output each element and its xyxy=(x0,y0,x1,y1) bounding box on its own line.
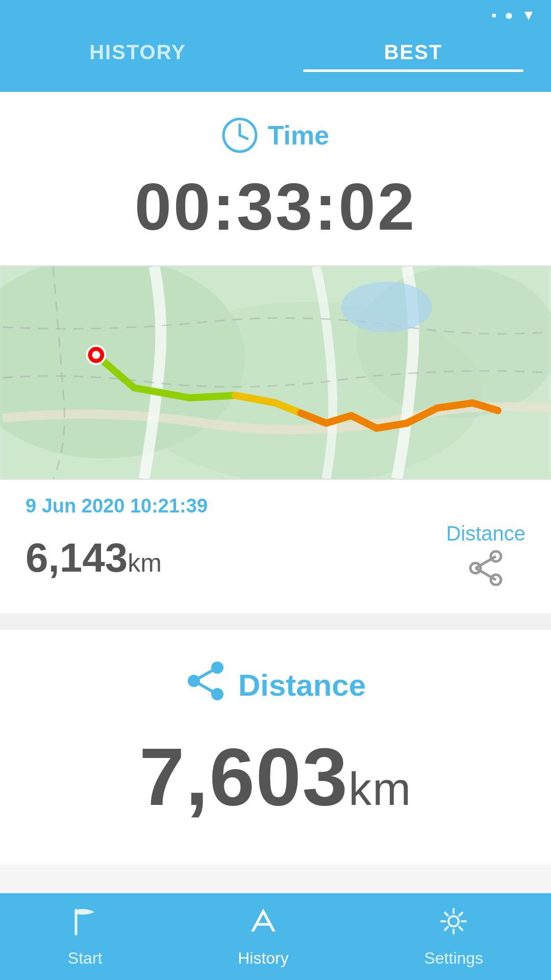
svg-line-13 xyxy=(475,556,496,568)
nav-settings-label: Settings xyxy=(424,949,483,968)
wifi-icon: ▼ xyxy=(521,7,536,23)
status-bar: ▪ ● ▼ xyxy=(0,0,551,31)
tab-bar: HISTORY BEST xyxy=(0,31,551,92)
svg-point-7 xyxy=(341,282,432,332)
record-distance-label: Distance xyxy=(446,522,525,545)
history-nav-icon xyxy=(248,906,279,944)
svg-point-9 xyxy=(92,351,100,359)
tab-best[interactable]: BEST xyxy=(276,41,551,72)
record-date: 9 Jun 2020 10:21:39 xyxy=(26,495,525,517)
svg-line-31 xyxy=(445,927,448,930)
time-title: Time xyxy=(268,120,329,151)
map-section xyxy=(0,265,551,480)
section-divider xyxy=(0,620,551,630)
svg-line-18 xyxy=(194,668,217,681)
tab-history[interactable]: HISTORY xyxy=(0,41,276,72)
record-distance-value: 6,143km xyxy=(26,534,162,581)
record-info: 9 Jun 2020 10:21:39 6,143km Distance xyxy=(0,480,551,620)
scroll-area: Time 00:33:02 xyxy=(0,92,551,951)
flag-icon xyxy=(70,906,101,944)
distance-share-icon xyxy=(185,660,226,709)
share-button[interactable] xyxy=(468,558,504,593)
svg-line-19 xyxy=(194,681,217,694)
distance-title: Distance xyxy=(238,668,366,703)
bottom-nav: Start History xyxy=(0,893,551,980)
clock-icon xyxy=(222,117,258,153)
distance-section: Distance 7,603km xyxy=(0,630,551,865)
time-header: Time xyxy=(20,117,531,153)
svg-line-14 xyxy=(475,568,496,580)
nav-history[interactable]: History xyxy=(238,906,289,968)
nav-history-label: History xyxy=(238,949,289,968)
time-section: Time 00:33:02 xyxy=(0,92,551,265)
battery-icon: ▪ xyxy=(491,7,496,23)
nav-start-label: Start xyxy=(68,949,103,968)
svg-line-28 xyxy=(445,913,448,916)
time-value: 00:33:02 xyxy=(20,168,531,245)
gear-icon xyxy=(438,906,469,944)
map-svg xyxy=(0,266,551,479)
nav-start[interactable]: Start xyxy=(68,906,103,968)
svg-line-2 xyxy=(240,135,247,139)
nav-settings[interactable]: Settings xyxy=(424,906,483,968)
distance-header: Distance xyxy=(20,660,531,709)
signal-icon: ● xyxy=(505,7,513,23)
svg-point-23 xyxy=(448,916,459,926)
record-right: Distance xyxy=(446,522,525,593)
svg-line-29 xyxy=(459,927,462,930)
svg-marker-21 xyxy=(251,909,276,932)
distance-value: 7,603km xyxy=(20,730,531,824)
svg-line-30 xyxy=(459,913,462,916)
record-distance-row: 6,143km Distance xyxy=(26,522,525,593)
